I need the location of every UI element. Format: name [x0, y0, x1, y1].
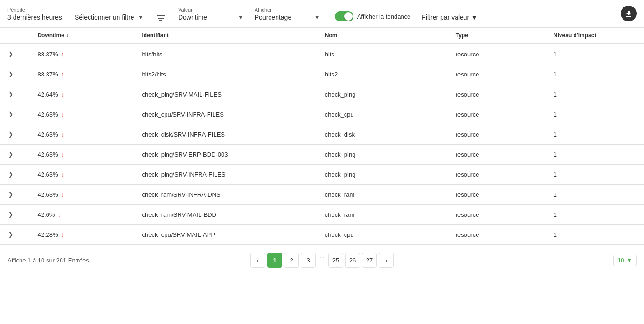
- row-expand-cell: ❯: [0, 145, 30, 165]
- row-impact-cell: 1: [546, 225, 644, 245]
- table-row: ❯42.63%↓check_cpu/SRV-INFRA-FILEScheck_c…: [0, 104, 644, 124]
- page-buttons: 123...252627: [267, 253, 377, 268]
- page-button-3[interactable]: 3: [301, 253, 316, 268]
- row-expand-cell: ❯: [0, 104, 30, 124]
- row-type-cell: resource: [448, 185, 546, 205]
- page-next-button[interactable]: ›: [379, 253, 394, 268]
- afficher-select-wrapper[interactable]: Pourcentage ▼: [255, 14, 320, 22]
- table-row: ❯42.63%↓check_disk/SRV-INFRA-FILEScheck_…: [0, 124, 644, 145]
- tendance-label: Afficher la tendance: [357, 13, 411, 20]
- col-header-expand: [0, 28, 30, 44]
- col-header-type: Type: [448, 28, 546, 44]
- row-expand-cell: ❯: [0, 205, 30, 225]
- row-identifiant-cell: check_ping/SRV-INFRA-FILES: [135, 165, 318, 185]
- row-identifiant-cell: hits/hits: [135, 44, 318, 64]
- row-identifiant-cell: hits2/hits: [135, 64, 318, 84]
- row-downtime-cell: 42.6%↓: [30, 205, 134, 225]
- row-type-cell: resource: [448, 145, 546, 165]
- trend-down-icon: ↓: [61, 131, 64, 138]
- filter-select[interactable]: Sélectionner un filtre: [75, 14, 144, 21]
- downtime-value: 42.63%: [37, 131, 58, 138]
- page-button-26[interactable]: 26: [345, 253, 360, 268]
- col-header-downtime: Downtime ↓: [30, 28, 134, 44]
- row-nom-cell: check_ping: [318, 165, 448, 185]
- row-impact-cell: 1: [546, 165, 644, 185]
- table-row: ❯88.37%↑hits2/hitshits2resource1: [0, 64, 644, 84]
- expand-button[interactable]: ❯: [7, 230, 14, 239]
- per-page-select[interactable]: 10 25 50: [617, 257, 624, 264]
- trend-down-icon: ↓: [61, 110, 64, 118]
- row-downtime-cell: 42.63%↓: [30, 124, 134, 145]
- col-header-identifiant: Identifiant: [135, 28, 318, 44]
- row-type-cell: resource: [448, 205, 546, 225]
- download-icon: [625, 10, 632, 17]
- row-downtime-cell: 88.37%↑: [30, 44, 134, 64]
- trend-down-icon: ↓: [61, 90, 64, 98]
- expand-button[interactable]: ❯: [7, 50, 14, 58]
- table-body: ❯88.37%↑hits/hitshitsresource1❯88.37%↑hi…: [0, 44, 644, 245]
- filtrer-par-valeur-button[interactable]: Filtrer par valeur ▼: [422, 14, 496, 22]
- tendance-group: Afficher la tendance: [335, 11, 411, 21]
- pagination-info: Affiche 1 à 10 sur 261 Entrées: [7, 257, 89, 264]
- page-prev-button[interactable]: ‹: [250, 253, 265, 268]
- valeur-group: Valeur Downtime ▼: [178, 7, 243, 22]
- tendance-toggle[interactable]: [335, 11, 353, 21]
- row-impact-cell: 1: [546, 124, 644, 145]
- row-downtime-cell: 42.63%↓: [30, 104, 134, 124]
- download-button[interactable]: [621, 6, 637, 21]
- downtime-value: 88.37%: [37, 71, 58, 78]
- per-page-chevron-icon: ▼: [626, 257, 632, 264]
- page-button-1[interactable]: 1: [267, 253, 282, 268]
- table-row: ❯42.63%↓check_ram/SRV-INFRA-DNScheck_ram…: [0, 185, 644, 205]
- trend-down-icon: ↓: [61, 231, 64, 238]
- col-header-nom: Nom: [318, 28, 448, 44]
- row-downtime-cell: 42.63%↓: [30, 185, 134, 205]
- expand-button[interactable]: ❯: [7, 210, 14, 219]
- row-impact-cell: 1: [546, 205, 644, 225]
- trend-down-icon: ↓: [57, 211, 61, 218]
- row-impact-cell: 1: [546, 44, 644, 64]
- expand-button[interactable]: ❯: [7, 110, 14, 118]
- table-row: ❯42.6%↓check_ram/SRV-MAIL-BDDcheck_ramre…: [0, 205, 644, 225]
- periode-value: 3 dernières heures: [7, 14, 63, 22]
- expand-button[interactable]: ❯: [7, 70, 14, 78]
- expand-button[interactable]: ❯: [7, 150, 14, 159]
- expand-button[interactable]: ❯: [7, 190, 14, 199]
- page-button-25[interactable]: 25: [328, 253, 343, 268]
- afficher-label: Afficher: [255, 7, 320, 13]
- downtime-value: 42.63%: [37, 151, 58, 158]
- expand-button[interactable]: ❯: [7, 130, 14, 138]
- table-row: ❯42.28%↓check_cpu/SRV-MAIL-APPcheck_cpur…: [0, 225, 644, 245]
- row-identifiant-cell: check_disk/SRV-INFRA-FILES: [135, 124, 318, 145]
- filter-select-wrapper[interactable]: Sélectionner un filtre ▼: [75, 14, 144, 22]
- table-row: ❯42.63%↓check_ping/SRV-ERP-BDD-003check_…: [0, 145, 644, 165]
- row-expand-cell: ❯: [0, 185, 30, 205]
- row-type-cell: resource: [448, 124, 546, 145]
- svg-rect-3: [626, 16, 631, 17]
- row-impact-cell: 1: [546, 145, 644, 165]
- downtime-value: 42.6%: [37, 211, 55, 218]
- row-type-cell: resource: [448, 225, 546, 245]
- table-row: ❯42.64%↓check_ping/SRV-MAIL-FILEScheck_p…: [0, 84, 644, 104]
- afficher-select[interactable]: Pourcentage: [255, 14, 320, 21]
- periode-group: Période 3 dernières heures: [7, 7, 63, 22]
- valeur-select-wrapper[interactable]: Downtime ▼: [178, 14, 243, 22]
- row-downtime-cell: 42.63%↓: [30, 145, 134, 165]
- row-impact-cell: 1: [546, 104, 644, 124]
- expand-button[interactable]: ❯: [7, 90, 14, 98]
- row-expand-cell: ❯: [0, 225, 30, 245]
- filter-icon-button[interactable]: [155, 15, 167, 21]
- page-button-2[interactable]: 2: [284, 253, 299, 268]
- row-nom-cell: check_disk: [318, 124, 448, 145]
- sort-icon: ↓: [66, 32, 69, 39]
- downtime-value: 42.28%: [37, 231, 58, 238]
- page-button-27[interactable]: 27: [362, 253, 377, 268]
- row-type-cell: resource: [448, 104, 546, 124]
- trend-down-icon: ↓: [61, 151, 64, 158]
- valeur-select[interactable]: Downtime: [178, 14, 243, 21]
- periode-label: Période: [7, 7, 63, 13]
- downtime-value: 88.37%: [37, 51, 58, 58]
- per-page-wrapper[interactable]: 10 25 50 ▼: [613, 255, 637, 266]
- expand-button[interactable]: ❯: [7, 170, 14, 179]
- filter-group: Sélectionner un filtre ▼: [75, 14, 144, 22]
